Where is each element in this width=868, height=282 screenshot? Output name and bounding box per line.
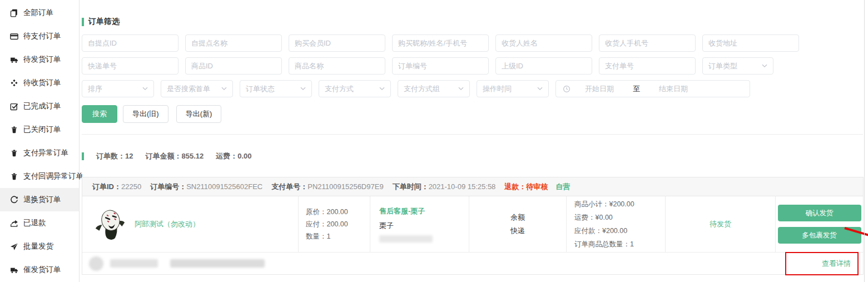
- export-new-button[interactable]: 导出(新): [176, 105, 222, 123]
- sidebar-item-closed[interactable]: 已关闭订单: [0, 118, 79, 141]
- sidebar-item-urge-shipment[interactable]: 催发货订单: [0, 258, 79, 281]
- sidebar-item-label: 退换货订单: [23, 195, 61, 205]
- payment-number-field: 支付单号：PN21100915256D97E9: [271, 182, 383, 192]
- pickup-name-input[interactable]: [185, 34, 282, 52]
- buyer-member-id-input[interactable]: [289, 34, 385, 52]
- delivery-method: 快递: [510, 224, 525, 238]
- chevron-down-icon: [221, 87, 227, 91]
- sidebar-item-batch-shipment[interactable]: 批量发货: [0, 235, 79, 258]
- receiver-address-input[interactable]: [702, 34, 799, 52]
- receiver-phone-input[interactable]: [599, 34, 696, 52]
- sidebar-item-return-exchange[interactable]: 退换货订单: [0, 188, 79, 211]
- filter-row-2: 订单类型: [82, 57, 866, 75]
- order-summary: 订单数：12 订单金额：855.12 运费：0.00: [82, 151, 866, 161]
- orders-copy-icon: [10, 9, 18, 17]
- service-column: 售后客服-栗子 栗子: [370, 196, 469, 252]
- blurred-name: [110, 259, 158, 268]
- sidebar-item-all-orders[interactable]: 全部订单: [0, 1, 79, 24]
- product-id-input[interactable]: [185, 57, 282, 75]
- order-time-label: 下单时间：: [393, 182, 429, 191]
- date-range-separator: 至: [633, 84, 640, 94]
- chevron-down-icon: [300, 87, 306, 91]
- confirm-ship-button[interactable]: 确认发货: [778, 205, 861, 221]
- end-date-placeholder[interactable]: 结束日期: [659, 84, 688, 94]
- sidebar-item-label: 全部订单: [23, 8, 53, 18]
- operation-time-select[interactable]: 操作时间: [477, 80, 549, 97]
- clock-icon: [563, 85, 571, 93]
- summary-order-count: 订单数：12: [96, 151, 133, 161]
- refresh-icon: [10, 196, 18, 204]
- order-card: 订单ID：22250 订单编号：SN2110091525602FEC 支付单号：…: [82, 177, 864, 275]
- export-old-button[interactable]: 导出(旧): [123, 105, 168, 123]
- actions-column: 确认发货 多包裹发货: [776, 196, 863, 252]
- filter-section-title: 订单筛选: [82, 17, 866, 27]
- order-status-badge: 待发货: [710, 219, 731, 229]
- chevron-down-icon: [142, 87, 148, 91]
- sidebar-item-completed[interactable]: 已完成订单: [0, 95, 79, 118]
- annotation-red-box: 查看详情: [785, 252, 859, 275]
- jar-icon: [10, 172, 18, 181]
- amounts-column: 商品小计：¥200.00 运费：¥0.00 应付款：¥200.00 订单商品总数…: [567, 196, 666, 252]
- view-detail-link[interactable]: 查看详情: [822, 259, 851, 269]
- first-order-select[interactable]: 是否搜索首单: [161, 80, 233, 97]
- start-date-placeholder[interactable]: 开始日期: [585, 84, 614, 94]
- blurred-buyer-info: [89, 256, 265, 271]
- order-number-input[interactable]: [392, 57, 489, 75]
- chevron-down-icon: [537, 87, 543, 91]
- sidebar-item-label: 支付回调异常订单: [23, 171, 83, 181]
- main-content: 订单筛选 订单类型 排序 是否搜索首单 订单状态: [80, 0, 866, 282]
- pickup-id-input[interactable]: [82, 34, 178, 52]
- sidebar-item-payment-exception[interactable]: 支付异常订单: [0, 141, 79, 165]
- sidebar-item-label: 批量发货: [23, 241, 53, 251]
- sidebar-item-payment-callback-exception[interactable]: 支付回调异常订单: [0, 165, 79, 188]
- payment-method-select[interactable]: 支付方式: [319, 80, 391, 97]
- first-order-select-label: 是否搜索首单: [167, 84, 210, 94]
- jar-icon: [10, 126, 18, 134]
- payment-number-input[interactable]: [599, 57, 696, 75]
- payment-method-select-label: 支付方式: [325, 84, 354, 94]
- search-button[interactable]: 搜索: [82, 105, 117, 123]
- tracking-number-input[interactable]: [82, 57, 178, 75]
- after-sale-service-title: 售后客服-栗子: [379, 206, 469, 216]
- sidebar-item-label: 已退款: [23, 218, 46, 228]
- sidebar-item-refunded[interactable]: 已退款: [0, 211, 79, 235]
- product-name-input[interactable]: [289, 57, 385, 75]
- paper-plane-icon: [10, 243, 18, 251]
- sidebar-item-pending-receipt[interactable]: 待收货订单: [0, 71, 79, 95]
- product-image: [92, 207, 127, 241]
- checkbox-icon: [10, 102, 18, 111]
- sort-select[interactable]: 排序: [82, 80, 154, 97]
- sidebar-item-label: 待收货订单: [23, 78, 61, 88]
- receiver-name-input[interactable]: [495, 34, 592, 52]
- sidebar-item-pending-payment[interactable]: 待支付订单: [0, 24, 79, 48]
- payment-number-value: PN21100915256D97E9: [307, 182, 383, 191]
- product-name-link[interactable]: 阿部测试（勿改动）: [135, 219, 200, 229]
- order-type-select[interactable]: 订单类型: [702, 57, 773, 75]
- order-time-value: 2021-10-09 15:25:58: [429, 182, 496, 191]
- parent-id-input[interactable]: [495, 57, 592, 75]
- order-status-select[interactable]: 订单状态: [240, 80, 312, 97]
- multi-package-ship-button[interactable]: 多包裹发货: [778, 227, 861, 244]
- right-edge-line: [864, 0, 865, 282]
- order-type-select-label: 订单类型: [708, 61, 737, 71]
- sidebar-item-pending-shipment[interactable]: 待发货订单: [0, 48, 79, 71]
- payment-method-group-select[interactable]: 支付方式组: [398, 80, 470, 97]
- chevron-down-icon: [379, 87, 385, 91]
- service-agent-name: 栗子: [379, 221, 469, 231]
- operation-time-select-label: 操作时间: [483, 84, 512, 94]
- quantity: 数量：1: [306, 230, 370, 243]
- sidebar-item-label: 待发货订单: [23, 55, 61, 65]
- filter-row-3: 排序 是否搜索首单 订单状态 支付方式 支付方式组 操作时间 开始日期 至 结束…: [82, 80, 866, 97]
- self-operated-badge: 自营: [555, 182, 570, 192]
- sidebar-item-label: 已关闭订单: [23, 125, 61, 135]
- refund-status-badge: 退款：待审核: [504, 182, 548, 192]
- sidebar-item-label: 待支付订单: [23, 31, 61, 41]
- payable-price: 应付：200.00: [306, 218, 370, 230]
- buyer-nickname-input[interactable]: [392, 34, 489, 52]
- summary-freight: 运费：0.00: [216, 151, 251, 161]
- share-icon: [10, 219, 18, 227]
- original-price: 原价：200.00: [306, 206, 370, 218]
- order-id-label: 订单ID：: [92, 182, 121, 191]
- status-column: 待发货: [666, 196, 776, 252]
- date-range-picker[interactable]: 开始日期 至 结束日期: [555, 80, 750, 97]
